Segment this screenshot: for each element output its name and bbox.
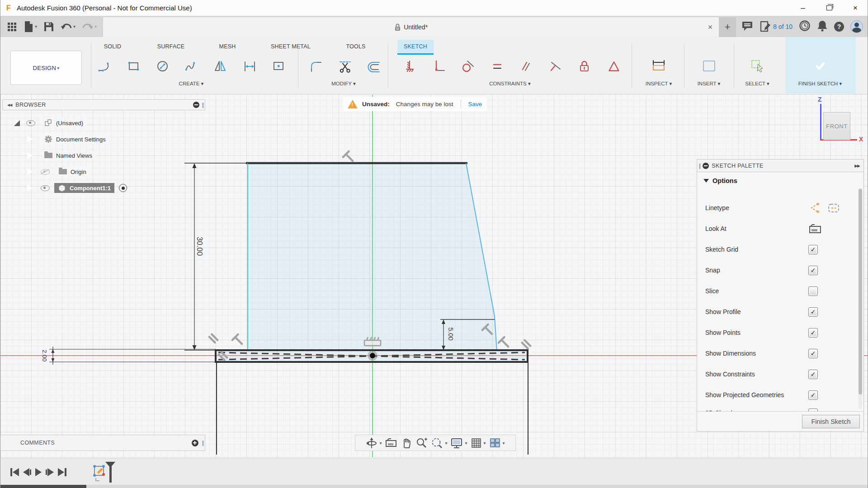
tab-tools[interactable]: TOOLS <box>339 40 373 53</box>
browser-row-origin[interactable]: Origin <box>28 166 90 178</box>
palette-minimize-icon[interactable] <box>703 163 709 169</box>
equal-constraint-button[interactable] <box>488 58 505 74</box>
look-at-icon[interactable] <box>808 223 822 235</box>
offset-tool-button[interactable] <box>365 58 382 74</box>
modify-group-label[interactable]: MODIFY ▾ <box>331 80 355 87</box>
document-tab[interactable]: Untitled* × <box>103 17 719 37</box>
dimension-30[interactable]: 30.00 <box>184 163 246 350</box>
timeline-step-back-button[interactable] <box>23 468 31 476</box>
trim-tool-button[interactable] <box>336 58 354 74</box>
perpendicular-constraint-button[interactable] <box>547 58 564 74</box>
sketch-palette-header[interactable]: || SKETCH PALETTE ▶▶ <box>697 160 863 172</box>
visibility-eye-off-icon[interactable] <box>41 169 50 175</box>
history-button[interactable] <box>799 20 811 33</box>
fillet-tool-button[interactable] <box>307 58 325 74</box>
new-document-tab-button[interactable]: + <box>719 17 736 37</box>
collapsed-arrow-icon[interactable] <box>28 185 33 191</box>
grid-settings-icon[interactable] <box>471 437 482 449</box>
palette-scrollbar[interactable] <box>859 188 862 409</box>
redo-button[interactable]: ▾ <box>80 19 99 35</box>
document-tab-close-button[interactable]: × <box>708 23 713 31</box>
activate-component-radio[interactable] <box>119 184 127 192</box>
notifications-button[interactable] <box>817 20 828 33</box>
app-grid-button[interactable] <box>5 19 19 35</box>
display-settings-icon[interactable] <box>450 437 463 449</box>
file-menu-button[interactable]: ▾ <box>21 19 39 35</box>
visibility-eye-icon[interactable] <box>41 185 50 191</box>
show-points-checkbox[interactable]: ✓ <box>808 328 818 338</box>
look-at-nav-icon[interactable] <box>385 437 397 448</box>
minimize-button[interactable]: – <box>790 0 816 16</box>
arc-tool-button[interactable] <box>95 58 113 74</box>
fix-constraint-button[interactable] <box>401 58 419 74</box>
user-avatar[interactable] <box>850 20 863 33</box>
timeline-skip-start-button[interactable] <box>10 468 19 476</box>
browser-row-root[interactable]: (Unsaved) <box>14 117 87 129</box>
constraints-group-label[interactable]: CONSTRAINTS ▾ <box>489 80 530 87</box>
inspect-group-label[interactable]: INSPECT ▾ <box>646 80 672 87</box>
collapsed-arrow-icon[interactable] <box>28 136 33 142</box>
timeline-track[interactable] <box>0 485 868 488</box>
finish-sketch-button[interactable] <box>811 58 829 74</box>
browser-collapse-icon[interactable]: ◀◀ <box>7 103 12 107</box>
job-status-button[interactable]: 8 of 10 <box>760 21 793 33</box>
viewports-caret-icon[interactable]: ▾ <box>503 441 505 446</box>
help-button[interactable]: ? <box>834 22 844 32</box>
insert-group-label[interactable]: INSERT ▾ <box>698 80 721 87</box>
document-settings-label[interactable]: Document Settings <box>56 136 106 143</box>
expanded-arrow-icon[interactable] <box>14 120 20 126</box>
parallel-constraint-button[interactable] <box>517 58 534 74</box>
timeline-position-marker[interactable] <box>108 462 113 483</box>
zoom-icon[interactable] <box>415 437 428 449</box>
symmetry-constraint-button[interactable] <box>605 58 623 74</box>
origin-label[interactable]: Origin <box>71 169 86 175</box>
tab-mesh[interactable]: MESH <box>211 40 244 53</box>
horizontal-vertical-constraint-button[interactable] <box>430 58 448 74</box>
pan-hand-icon[interactable] <box>401 437 412 449</box>
dimension-tool-button[interactable] <box>241 58 258 74</box>
browser-minimize-icon[interactable] <box>193 102 199 108</box>
palette-scrollbar-thumb[interactable] <box>859 189 862 394</box>
origin-point[interactable] <box>370 353 375 358</box>
tab-surface[interactable]: SURFACE <box>150 40 192 53</box>
component-label[interactable]: Component1:1 <box>70 185 111 192</box>
zoom-window-icon[interactable] <box>431 437 443 449</box>
save-button[interactable] <box>42 19 56 35</box>
orbit-icon[interactable] <box>366 437 377 449</box>
restore-button[interactable] <box>816 0 842 16</box>
close-button[interactable]: × <box>842 0 868 16</box>
snap-checkbox[interactable]: ✓ <box>808 266 818 275</box>
show-constraints-checkbox[interactable]: ✓ <box>808 370 818 379</box>
visibility-eye-icon[interactable] <box>26 120 35 126</box>
insert-image-button[interactable] <box>700 58 717 74</box>
workspace-selector[interactable]: DESIGN ▾ <box>10 51 82 85</box>
sketch-profile-fill[interactable] <box>248 163 497 351</box>
collapsed-arrow-icon[interactable] <box>28 169 33 175</box>
finish-sketch-palette-button[interactable]: Finish Sketch <box>802 415 860 428</box>
slice-checkbox[interactable] <box>808 286 818 296</box>
browser-grip-handle[interactable]: || <box>202 102 203 108</box>
mirror-tool-button[interactable] <box>212 58 229 74</box>
display-settings-caret-icon[interactable]: ▾ <box>465 441 467 446</box>
select-group-label[interactable]: SELECT ▾ <box>745 80 769 87</box>
timeline-step-forward-button[interactable] <box>46 468 54 476</box>
browser-row-document-settings[interactable]: Document Settings <box>28 133 109 145</box>
save-link[interactable]: Save <box>468 101 482 108</box>
tangent-constraint-button[interactable] <box>459 58 476 74</box>
sketch-grid-checkbox[interactable]: ✓ <box>808 245 818 254</box>
finish-sketch-group-label[interactable]: FINISH SKETCH ▾ <box>798 80 842 87</box>
grid-settings-caret-icon[interactable]: ▾ <box>484 441 486 446</box>
viewports-icon[interactable] <box>489 437 501 448</box>
comments-bar[interactable]: COMMENTS || <box>0 435 205 451</box>
tab-sketch[interactable]: SKETCH <box>397 40 434 55</box>
timeline-skip-end-button[interactable] <box>58 468 66 476</box>
browser-row-component[interactable]: Component1:1 <box>28 182 127 194</box>
rectangle-tool-button[interactable] <box>125 58 142 74</box>
show-profile-checkbox[interactable]: ✓ <box>808 307 818 317</box>
palette-grip-handle[interactable]: || <box>699 163 700 169</box>
show-projected-checkbox[interactable]: ✓ <box>808 390 818 400</box>
lock-constraint-button[interactable] <box>576 58 593 74</box>
tab-sheet-metal[interactable]: SHEET METAL <box>262 40 320 53</box>
named-views-label[interactable]: Named Views <box>56 152 92 159</box>
document-node-label[interactable]: (Unsaved) <box>56 120 83 127</box>
